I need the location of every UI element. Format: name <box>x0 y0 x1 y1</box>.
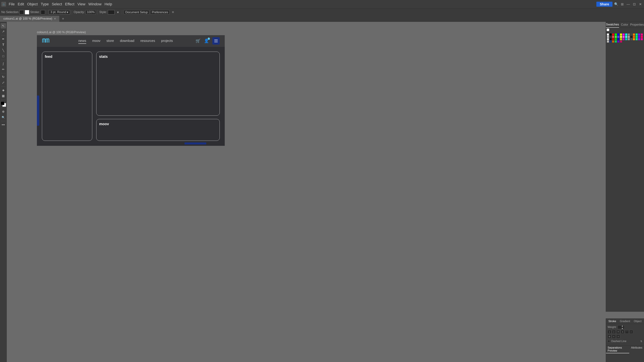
nav-moov[interactable]: moov <box>92 39 100 43</box>
cap-round[interactable]: ) <box>612 330 616 334</box>
swatch-cell[interactable] <box>633 36 635 38</box>
close-icon[interactable]: ✕ <box>638 2 643 6</box>
menu-select[interactable]: Select <box>50 1 64 7</box>
user-icon[interactable]: 👤 1 <box>204 38 209 43</box>
swatch-cell[interactable] <box>607 36 609 38</box>
restore-icon[interactable]: ⊡ <box>632 2 636 6</box>
minimize-icon[interactable]: — <box>626 2 630 6</box>
shape-tool[interactable]: □ <box>1 53 6 59</box>
stats-card[interactable]: stats <box>96 52 220 116</box>
swatch-cell[interactable] <box>607 33 609 35</box>
swatch-cell[interactable] <box>625 36 627 38</box>
moov-card[interactable]: moov <box>96 119 220 141</box>
weight-stepper[interactable]: ▲ ▼ <box>618 325 624 329</box>
swatch-cell[interactable] <box>617 40 619 42</box>
swatch-cell[interactable] <box>620 38 622 40</box>
pen-tool[interactable]: ✒ <box>1 36 6 42</box>
menu-window[interactable]: Window <box>87 1 103 7</box>
swatch-cell[interactable] <box>620 36 622 38</box>
cart-icon[interactable]: 🛒 <box>196 38 200 43</box>
hamburger-menu-btn[interactable] <box>212 37 220 44</box>
swatch-cell[interactable] <box>628 38 630 40</box>
paintbrush-tool[interactable]: ∫ <box>1 61 6 66</box>
document-tab[interactable]: colours1.ai @ 100 % (RGB/Preview) ✕ <box>0 16 60 22</box>
weight-up-arrow[interactable]: ▲ <box>620 325 624 327</box>
eyedropper-tool[interactable]: ⊕ <box>1 109 6 114</box>
align-inside[interactable]: ⊂ <box>612 335 616 338</box>
swatch-cell[interactable] <box>636 33 638 35</box>
swatch-cell[interactable] <box>610 38 612 40</box>
align-center[interactable]: ⊜ <box>608 335 611 338</box>
direct-selection-tool[interactable]: ↗ <box>1 29 6 34</box>
stroke-color-swatch[interactable] <box>41 10 45 14</box>
weight-down-arrow[interactable]: ▼ <box>620 327 624 330</box>
line-tool[interactable]: ╲ <box>1 48 6 53</box>
toolbar-extra-icon[interactable]: ≡ <box>170 10 175 14</box>
dashed-arrows[interactable]: ⇅ <box>640 340 642 343</box>
swatch-cell[interactable] <box>628 33 630 35</box>
document-setup-btn[interactable]: Document Setup <box>124 10 149 14</box>
feed-card[interactable]: feed <box>42 52 92 141</box>
tab-add-icon[interactable]: + <box>60 16 66 21</box>
swatch-cell[interactable] <box>630 38 632 40</box>
swatch-cell[interactable] <box>612 36 614 38</box>
swatch-cell[interactable] <box>641 33 643 35</box>
more-tools[interactable]: ••• <box>1 122 6 128</box>
swatch-cell[interactable] <box>636 38 638 40</box>
swatch-cell[interactable] <box>615 40 617 42</box>
swatch-cell[interactable] <box>638 36 640 38</box>
join-miter[interactable]: ∧ <box>621 330 624 334</box>
properties-tab[interactable]: Properties <box>630 22 644 28</box>
menu-edit[interactable]: Edit <box>16 1 25 7</box>
search-icon[interactable]: 🔍 <box>614 2 618 6</box>
swatch-cell[interactable] <box>633 33 635 35</box>
color-tab[interactable]: Color <box>619 22 630 28</box>
style-chevron[interactable]: ▾ <box>116 10 120 14</box>
nav-store[interactable]: store <box>106 39 114 43</box>
stroke-tab[interactable]: Stroke <box>606 319 619 324</box>
attributes-tab[interactable]: Attributes <box>629 346 644 353</box>
gradient-tool[interactable]: ▦ <box>1 93 6 98</box>
separations-preview-tab[interactable]: Separations Preview <box>606 346 629 353</box>
swatch-cell[interactable] <box>617 36 619 38</box>
swatch-cell[interactable] <box>612 38 614 40</box>
nav-resources[interactable]: resources <box>140 39 155 43</box>
swatch-cell[interactable] <box>620 40 622 42</box>
rotate-tool[interactable]: ↻ <box>1 74 6 80</box>
tab-close-icon[interactable]: ✕ <box>54 17 56 20</box>
swatch-cell[interactable] <box>622 38 624 40</box>
style-swatch[interactable] <box>108 10 114 14</box>
swatch-cell[interactable] <box>625 38 627 40</box>
preferences-btn[interactable]: Preferences <box>150 10 170 14</box>
join-bevel[interactable]: ⌐ <box>630 330 633 334</box>
menu-effect[interactable]: Effect <box>64 1 76 7</box>
swatch-cell[interactable] <box>615 33 617 35</box>
zoom-tool[interactable]: 🔍 <box>1 115 6 120</box>
dashed-checkbox[interactable] <box>608 340 610 343</box>
cap-square[interactable]: ⊓ <box>616 330 620 334</box>
fill-swatch[interactable] <box>20 10 24 14</box>
type-tool[interactable]: T <box>1 42 6 47</box>
swatch-cell[interactable] <box>617 33 619 35</box>
cap-butt[interactable]: | <box>608 330 611 334</box>
blend-tool[interactable]: ◈ <box>1 87 6 93</box>
menu-help[interactable]: Help <box>103 1 113 7</box>
nav-projects[interactable]: projects <box>161 39 173 43</box>
swatch-cell[interactable] <box>607 38 609 40</box>
menu-object[interactable]: Object <box>26 1 39 7</box>
menu-file[interactable]: File <box>8 1 16 7</box>
pencil-tool[interactable]: ✏ <box>1 67 6 72</box>
swatches-tab[interactable]: Swatches <box>606 22 619 28</box>
swatch-cell[interactable] <box>615 38 617 40</box>
opacity-input[interactable] <box>86 10 96 14</box>
swatch-cell[interactable] <box>612 33 614 35</box>
swatch-cell[interactable] <box>630 36 632 38</box>
join-round[interactable]: ⌒ <box>625 330 629 334</box>
selection-tool[interactable]: ↖ <box>1 23 6 28</box>
swatch-cell[interactable] <box>625 33 627 35</box>
menu-view[interactable]: View <box>76 1 87 7</box>
swatch-cell[interactable] <box>638 33 640 35</box>
swatch-cell[interactable] <box>610 36 612 38</box>
scale-tool[interactable]: ⤢ <box>1 80 6 85</box>
swatch-cell[interactable] <box>633 38 635 40</box>
